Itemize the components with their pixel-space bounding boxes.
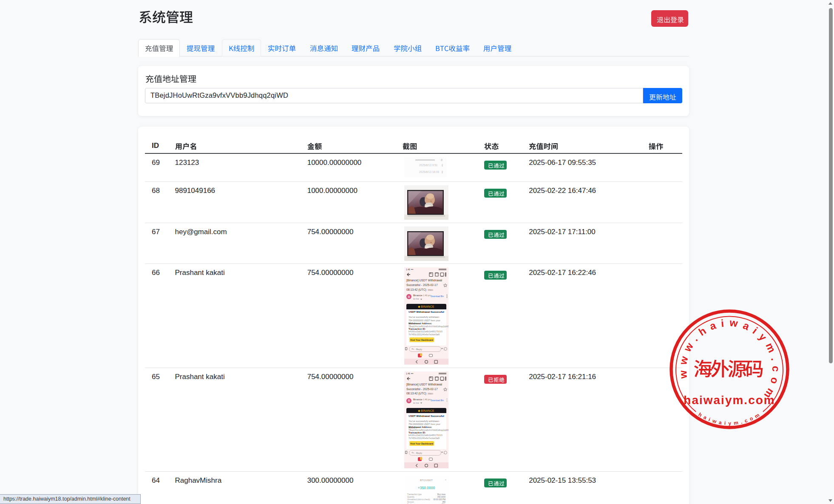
svg-text:haiwaiym.com: haiwaiym.com xyxy=(684,394,775,407)
svg-text:www.haiwaiym.com: www.haiwaiym.com xyxy=(677,317,782,405)
